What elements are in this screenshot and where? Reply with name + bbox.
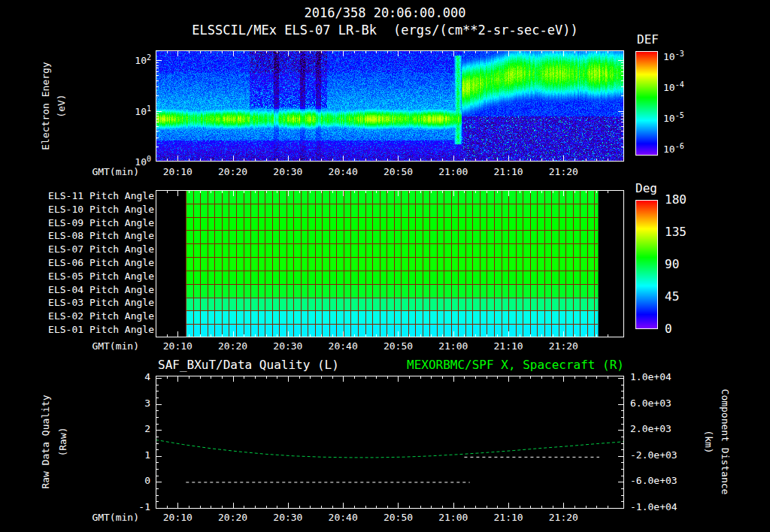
pitch-angle-panel-canvas [156, 190, 624, 337]
x-tick-label: 20:50 [375, 167, 420, 178]
spectrogram-y-tick-label: 101 [110, 104, 151, 118]
timeseries-left-ylabel: Raw Data Quality [41, 394, 52, 488]
x-tick-label: 20:30 [265, 512, 311, 524]
pitch-row-label: ELS-10 Pitch Angle [41, 204, 154, 216]
spectrogram-ylabel-units: (eV) [56, 94, 68, 117]
def-colorbar-label: DEF [637, 33, 659, 47]
quality-y-tick-label: 3 [113, 398, 150, 410]
x-tick-label: 20:10 [155, 512, 200, 524]
pitch-row-label: ELS-11 Pitch Angle [41, 191, 154, 202]
gmt-axis-label: GMT(min) [66, 341, 139, 352]
x-tick-label: 20:30 [265, 341, 311, 352]
deg-colorbar-tick-label: 0 [665, 322, 672, 336]
x-tick-label: 20:20 [211, 341, 256, 352]
quality-y-tick-label: -1 [113, 502, 150, 513]
distance-y-tick-label: -1.0e+04 [630, 502, 678, 513]
deg-colorbar-label: Deg [635, 182, 657, 195]
x-tick-label: 20:50 [375, 512, 420, 524]
spectrogram-ylabel: Electron Energy [41, 62, 52, 150]
x-tick-label: 21:20 [541, 167, 586, 178]
quality-y-tick-label: 0 [113, 476, 150, 487]
x-tick-label: 21:10 [486, 341, 531, 352]
def-colorbar-tick-label: 10-6 [663, 142, 684, 156]
distance-y-tick-label: -6.0e+03 [630, 476, 678, 487]
def-colorbar-tick-label: 10-5 [663, 111, 684, 125]
pitch-row-label: ELS-02 Pitch Angle [41, 311, 154, 322]
x-tick-label: 20:40 [320, 512, 365, 524]
els-quicklook-display: 2016/358 20:06:00.000 ELSSCIL/MEx ELS-07… [0, 0, 770, 532]
x-tick-label: 21:20 [541, 341, 586, 352]
distance-y-tick-label: 2.0e+03 [630, 424, 671, 435]
deg-colorbar-tick-label: 90 [665, 258, 679, 271]
quality-y-tick-label: 2 [113, 424, 150, 435]
pitch-row-label: ELS-03 Pitch Angle [41, 298, 154, 309]
distance-y-tick-label: 6.0e+03 [630, 398, 671, 410]
x-tick-label: 20:10 [155, 167, 200, 178]
distance-y-tick-label: -2.0e+03 [630, 450, 678, 461]
spectrogram-title: ELSSCIL/MEx ELS-07 LR-Bk [192, 23, 377, 38]
x-tick-label: 20:10 [155, 341, 200, 352]
x-tick-label: 21:00 [431, 341, 476, 352]
spectrogram-y-tick-label: 102 [110, 53, 151, 67]
x-tick-label: 20:20 [211, 512, 256, 524]
timeseries-left-title: SAF_BXuT/Data Quality (L) [158, 358, 339, 372]
page-title: 2016/358 20:06:00.000 [0, 6, 770, 21]
x-tick-label: 20:50 [375, 341, 420, 352]
x-tick-label: 20:30 [265, 167, 311, 178]
deg-colorbar-tick-label: 45 [665, 290, 679, 304]
quality-y-tick-label: 1 [113, 450, 150, 461]
timeseries-right-ylabel: Component Distance [720, 389, 731, 495]
def-colorbar-tick-label: 10-4 [663, 80, 684, 94]
pitch-row-label: ELS-04 Pitch Angle [41, 285, 154, 296]
electron-energy-spectrogram-canvas [156, 50, 624, 162]
x-tick-label: 20:40 [320, 167, 365, 178]
x-tick-label: 20:20 [211, 167, 256, 178]
x-tick-label: 21:00 [431, 167, 476, 178]
quality-y-tick-label: 4 [113, 372, 150, 383]
deg-colorbar-canvas [635, 200, 658, 329]
pitch-row-label: ELS-08 Pitch Angle [41, 231, 154, 242]
x-tick-label: 21:00 [431, 512, 476, 524]
x-tick-label: 21:10 [486, 512, 531, 524]
timeseries-left-ylabel-units: (Raw) [58, 427, 69, 456]
pitch-row-label: ELS-01 Pitch Angle [41, 325, 154, 336]
spectrogram-units: (ergs/(cm**2-sr-sec-eV)) [393, 23, 578, 38]
def-colorbar-tick-label: 10-3 [663, 50, 684, 63]
distance-y-tick-label: 1.0e+04 [630, 372, 671, 383]
gmt-axis-label: GMT(min) [66, 512, 139, 524]
timeseries-right-title: MEXORBMC/SPF X, Spacecraft (R) [407, 358, 624, 372]
pitch-row-label: ELS-07 Pitch Angle [41, 244, 154, 255]
quality-distance-plot-canvas [156, 376, 624, 509]
x-tick-label: 20:40 [320, 341, 365, 352]
x-tick-label: 21:20 [541, 512, 586, 524]
pitch-row-label: ELS-06 Pitch Angle [41, 258, 154, 269]
deg-colorbar-tick-label: 135 [665, 225, 687, 239]
pitch-row-label: ELS-09 Pitch Angle [41, 218, 154, 229]
pitch-row-label: ELS-05 Pitch Angle [41, 271, 154, 283]
spectrogram-y-tick-label: 100 [110, 155, 151, 168]
timeseries-right-ylabel-units: (km) [703, 430, 714, 453]
x-tick-label: 21:10 [486, 167, 531, 178]
deg-colorbar-tick-label: 180 [665, 193, 687, 207]
def-colorbar-canvas [635, 51, 658, 156]
